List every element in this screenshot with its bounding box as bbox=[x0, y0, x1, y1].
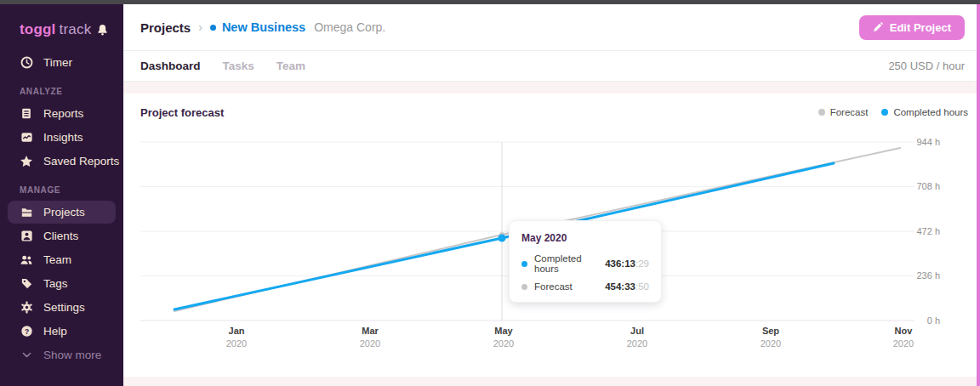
clock-icon bbox=[20, 56, 33, 70]
background-band-top bbox=[123, 82, 980, 94]
sidebar-item-settings[interactable]: Settings bbox=[8, 296, 116, 319]
app-window: toggltrack Timer ANALYZE Reports Insight… bbox=[0, 0, 980, 386]
toggl-track-logo[interactable]: toggltrack bbox=[20, 21, 91, 38]
sidebar-item-reports[interactable]: Reports bbox=[8, 102, 116, 125]
sidebar-item-label: Help bbox=[43, 325, 67, 338]
svg-text:Jul: Jul bbox=[630, 326, 644, 336]
sidebar-item-team[interactable]: Team bbox=[8, 248, 116, 271]
tooltip-row-completed: Completed hours 436:13:29 bbox=[521, 253, 649, 274]
svg-text:2020: 2020 bbox=[493, 338, 514, 349]
x-axis-labels: Jan 2020 Mar 2020 May 2020 Jul 2020 Sep … bbox=[226, 326, 914, 349]
svg-text:Jan: Jan bbox=[229, 326, 245, 336]
svg-text:944 h: 944 h bbox=[916, 137, 940, 147]
edit-project-button[interactable]: Edit Project bbox=[859, 15, 965, 40]
sidebar-item-show-more[interactable]: Show more bbox=[8, 343, 116, 366]
sidebar-item-label: Show more bbox=[43, 349, 101, 361]
tooltip-forecast-dot bbox=[521, 284, 527, 290]
browser-top-edge bbox=[0, 0, 980, 4]
help-icon: ? bbox=[20, 325, 33, 338]
client-icon bbox=[20, 230, 33, 243]
tab-tasks[interactable]: Tasks bbox=[223, 60, 254, 72]
window-right-accent bbox=[977, 4, 980, 386]
svg-text:Mar: Mar bbox=[362, 326, 379, 336]
svg-text:Nov: Nov bbox=[895, 326, 914, 336]
sidebar: toggltrack Timer ANALYZE Reports Insight… bbox=[0, 0, 123, 386]
tooltip-forecast-label: Forecast bbox=[534, 281, 573, 292]
tooltip-completed-dot bbox=[521, 261, 527, 267]
svg-text:0 h: 0 h bbox=[927, 315, 940, 326]
tooltip-completed-value: 436:13:29 bbox=[605, 258, 649, 269]
sidebar-section-manage: MANAGE bbox=[20, 185, 123, 195]
sidebar-item-label: Team bbox=[43, 253, 71, 266]
y-axis-labels: 944 h 708 h 472 h 236 h 0 h bbox=[916, 137, 940, 326]
project-tabs: Dashboard Tasks Team 250 USD / hour bbox=[123, 51, 980, 82]
sidebar-item-tags[interactable]: Tags bbox=[8, 272, 116, 295]
breadcrumb-separator: › bbox=[198, 20, 202, 34]
tooltip-completed-label: Completed hours bbox=[534, 253, 598, 274]
sidebar-item-label: Insights bbox=[43, 131, 83, 144]
svg-text:2020: 2020 bbox=[226, 338, 247, 349]
svg-text:472 h: 472 h bbox=[916, 226, 940, 236]
sidebar-item-label: Settings bbox=[43, 301, 85, 314]
project-color-dot bbox=[210, 25, 216, 31]
svg-text:Sep: Sep bbox=[762, 326, 779, 336]
sidebar-item-label: Clients bbox=[43, 230, 78, 242]
svg-text:2020: 2020 bbox=[360, 338, 380, 349]
completed-hover-point bbox=[499, 235, 506, 242]
logo-track: track bbox=[60, 21, 92, 37]
main-content: Projects › New Business Omega Corp. Edit… bbox=[123, 4, 980, 386]
sidebar-item-label: Reports bbox=[43, 107, 83, 120]
logo-toggl: toggl bbox=[20, 21, 56, 37]
billable-rate: 250 USD / hour bbox=[888, 60, 965, 72]
pencil-icon bbox=[873, 22, 883, 32]
team-icon bbox=[20, 253, 33, 267]
breadcrumb-projects[interactable]: Projects bbox=[140, 20, 191, 35]
sidebar-item-label: Timer bbox=[43, 56, 72, 69]
svg-text:2020: 2020 bbox=[627, 338, 647, 349]
svg-text:?: ? bbox=[24, 327, 28, 336]
project-forecast-card: Project forecast Forecast Completed hour… bbox=[123, 94, 980, 377]
svg-text:236 h: 236 h bbox=[916, 270, 940, 281]
tooltip-row-forecast: Forecast 454:33:50 bbox=[521, 281, 649, 292]
sidebar-item-saved-reports[interactable]: Saved Reports bbox=[8, 150, 116, 173]
sidebar-item-projects[interactable]: Projects bbox=[8, 201, 116, 224]
sidebar-item-label: Projects bbox=[43, 206, 85, 219]
svg-text:2020: 2020 bbox=[893, 338, 914, 349]
chart-tooltip: May 2020 Completed hours 436:13:29 Forec… bbox=[509, 220, 662, 303]
sidebar-logo-row: toggltrack bbox=[0, 9, 123, 51]
tooltip-title: May 2020 bbox=[521, 232, 649, 244]
star-icon bbox=[20, 155, 33, 168]
bell-icon[interactable] bbox=[95, 23, 109, 37]
sidebar-item-label: Saved Reports bbox=[43, 155, 119, 167]
chevron-down-icon bbox=[20, 349, 33, 362]
breadcrumb-project-name[interactable]: New Business bbox=[222, 20, 305, 34]
svg-text:2020: 2020 bbox=[761, 338, 781, 349]
folder-icon bbox=[20, 206, 33, 219]
report-icon bbox=[20, 107, 33, 121]
page-header: Projects › New Business Omega Corp. Edit… bbox=[123, 4, 980, 51]
tab-dashboard[interactable]: Dashboard bbox=[140, 60, 201, 72]
insights-icon bbox=[20, 131, 33, 145]
sidebar-item-insights[interactable]: Insights bbox=[8, 126, 116, 149]
gear-icon bbox=[20, 301, 33, 315]
tag-icon bbox=[20, 277, 33, 291]
sidebar-item-clients[interactable]: Clients bbox=[8, 224, 116, 247]
svg-text:May: May bbox=[494, 326, 513, 336]
tooltip-forecast-value: 454:33:50 bbox=[605, 281, 649, 292]
sidebar-item-help[interactable]: ? Help bbox=[8, 320, 116, 343]
sidebar-item-label: Tags bbox=[43, 277, 68, 290]
svg-text:708 h: 708 h bbox=[916, 181, 940, 191]
sidebar-section-analyze: ANALYZE bbox=[20, 87, 123, 96]
sidebar-item-timer[interactable]: Timer bbox=[8, 51, 116, 74]
breadcrumb-client-name: Omega Corp. bbox=[314, 20, 385, 34]
background-band-bottom bbox=[123, 377, 980, 386]
edit-project-label: Edit Project bbox=[890, 21, 951, 34]
tab-team[interactable]: Team bbox=[276, 60, 305, 72]
